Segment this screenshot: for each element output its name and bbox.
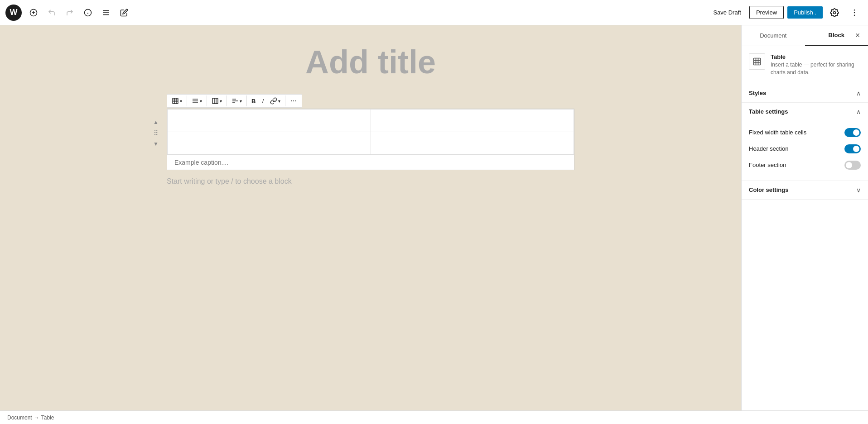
svg-point-27	[291, 100, 292, 101]
fixed-width-slider	[844, 128, 861, 137]
publish-button[interactable]: Publish .	[787, 6, 823, 19]
toolbar-sep-5	[285, 95, 285, 106]
color-settings-section-header[interactable]: Color settings ∨	[742, 181, 868, 199]
table-settings-chevron-icon: ∧	[856, 108, 861, 115]
block-info-text: Table Insert a table — perfect for shari…	[771, 53, 861, 76]
styles-section-header[interactable]: Styles ∧	[742, 84, 868, 102]
footer-section-label: Footer section	[749, 162, 786, 168]
italic-button[interactable]: I	[259, 96, 266, 106]
color-settings-section: Color settings ∨	[742, 181, 868, 200]
breadcrumb-start[interactable]: Document	[7, 414, 32, 421]
drag-handle[interactable]: ⠿	[150, 129, 161, 138]
move-up-button[interactable]: ▲	[150, 117, 161, 128]
align-chevron: ▾	[200, 99, 202, 104]
table-caption-input[interactable]	[167, 155, 574, 170]
color-settings-chevron-icon: ∨	[856, 186, 861, 194]
fixed-width-label: Fixed width table cells	[749, 129, 806, 136]
table-cell-r2c2[interactable]	[371, 132, 574, 155]
breadcrumb-arrow: →	[34, 414, 39, 421]
svg-rect-30	[754, 58, 761, 65]
svg-point-10	[854, 9, 855, 10]
cell-align-chevron: ▾	[240, 99, 242, 104]
table-cell-r1c1[interactable]	[168, 110, 371, 132]
table-row	[168, 110, 574, 132]
bold-button[interactable]: B	[249, 96, 258, 106]
edit-button[interactable]	[116, 5, 132, 21]
save-draft-button[interactable]: Save Draft	[709, 6, 745, 19]
toolbar-sep-3	[227, 95, 227, 106]
header-section-label: Header section	[749, 145, 788, 152]
block-info: Table Insert a table — perfect for shari…	[742, 46, 868, 84]
footer-section-toggle-row: Footer section	[749, 157, 861, 173]
redo-button[interactable]	[62, 5, 78, 21]
status-bar: Document → Table	[0, 410, 868, 424]
table-type-button[interactable]: ▾	[169, 95, 185, 106]
table-settings-title: Table settings	[749, 108, 788, 115]
link-button[interactable]: ▾	[267, 95, 283, 106]
styles-section-title: Styles	[749, 90, 766, 96]
svg-rect-21	[212, 98, 218, 104]
svg-point-9	[834, 11, 836, 14]
align-button[interactable]: ▾	[189, 95, 205, 106]
header-section-slider	[844, 144, 861, 153]
table-type-chevron: ▾	[180, 99, 182, 104]
block-info-desc: Insert a table — perfect for sharing cha…	[771, 61, 861, 76]
link-chevron: ▾	[278, 99, 280, 104]
panel-close-button[interactable]: ×	[851, 29, 864, 43]
wp-logo[interactable]: W	[5, 5, 22, 21]
block-toolbar: ▾ ▾ ▾ ▾ B I	[167, 94, 302, 108]
page-title-placeholder[interactable]: Add title	[167, 43, 574, 81]
svg-rect-13	[173, 98, 178, 104]
breadcrumb-end[interactable]: Table	[41, 414, 54, 421]
top-bar-right: Save Draft Preview Publish .	[709, 5, 863, 21]
add-block-button[interactable]	[25, 5, 42, 21]
footer-section-slider	[844, 161, 861, 170]
cell-align-button[interactable]: ▾	[229, 95, 245, 106]
more-options-button[interactable]	[846, 5, 863, 21]
toolbar-sep-4	[246, 95, 247, 106]
block-icon	[749, 53, 765, 70]
table-settings-content: Fixed width table cells Header section F…	[742, 121, 868, 181]
block-move-controls: ▲ ⠿ ▼	[150, 117, 161, 149]
svg-point-28	[293, 100, 294, 101]
footer-section-toggle[interactable]	[844, 161, 861, 170]
tab-document[interactable]: Document	[742, 25, 805, 46]
toolbar-sep-2	[207, 95, 207, 106]
table-settings-section: Table settings ∧ Fixed width table cells…	[742, 103, 868, 181]
right-panel: Document Block × Table Insert a table — …	[741, 25, 868, 410]
fixed-width-toggle-row: Fixed width table cells	[749, 124, 861, 141]
editor-area[interactable]: Add title ▲ ⠿ ▼ ▾ ▾	[0, 25, 741, 410]
info-button[interactable]	[80, 5, 96, 21]
header-section-toggle-row: Header section	[749, 141, 861, 157]
undo-button[interactable]	[43, 5, 60, 21]
styles-section: Styles ∧	[742, 84, 868, 103]
preview-button[interactable]: Preview	[749, 6, 784, 19]
table-row	[168, 132, 574, 155]
block-container: ▲ ⠿ ▼ ▾ ▾ ▾	[167, 94, 574, 170]
header-section-toggle[interactable]	[844, 144, 861, 153]
table-cell-r1c2[interactable]	[371, 110, 574, 132]
main-layout: Add title ▲ ⠿ ▼ ▾ ▾	[0, 25, 868, 410]
columns-chevron: ▾	[220, 99, 222, 104]
block-info-title: Table	[771, 53, 861, 60]
styles-chevron-icon: ∧	[856, 90, 861, 97]
toolbar-icons	[25, 5, 132, 21]
more-rich-text-button[interactable]	[287, 95, 300, 106]
svg-point-11	[854, 12, 855, 13]
toolbar-sep-1	[187, 95, 187, 106]
columns-button[interactable]: ▾	[209, 95, 225, 106]
table-cell-r2c1[interactable]	[168, 132, 371, 155]
svg-point-29	[295, 100, 296, 101]
svg-point-12	[854, 14, 855, 16]
list-view-button[interactable]	[98, 5, 114, 21]
editor-table[interactable]	[167, 109, 574, 155]
table-wrapper	[167, 109, 574, 170]
top-bar: W Save Draft Preview Publish .	[0, 0, 868, 25]
settings-button[interactable]	[826, 5, 843, 21]
color-settings-title: Color settings	[749, 186, 788, 193]
panel-tabs: Document Block ×	[742, 25, 868, 46]
move-down-button[interactable]: ▼	[150, 138, 161, 149]
table-settings-section-header[interactable]: Table settings ∧	[742, 103, 868, 121]
start-writing-placeholder[interactable]: Start writing or type / to choose a bloc…	[167, 177, 574, 186]
fixed-width-toggle[interactable]	[844, 128, 861, 137]
